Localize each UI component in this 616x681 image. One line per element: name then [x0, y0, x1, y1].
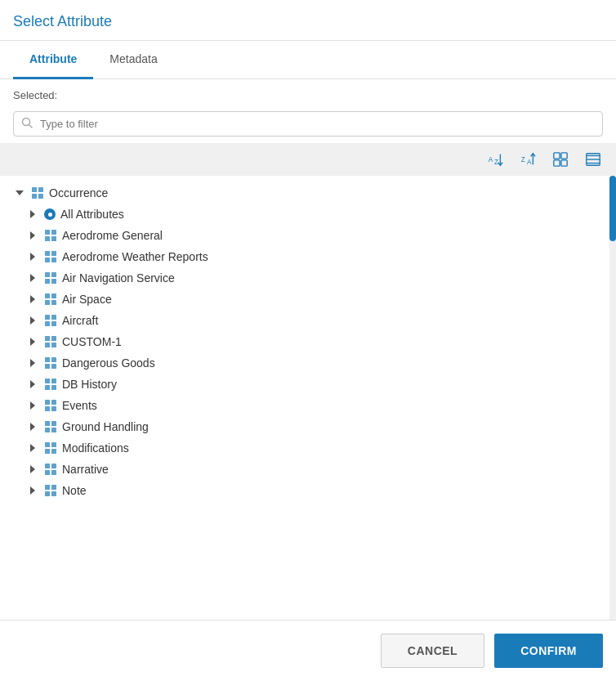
svg-rect-16: [32, 187, 37, 192]
dialog-title: Select Attribute: [13, 13, 112, 29]
tree-item-air-navigation[interactable]: Air Navigation Service: [0, 267, 616, 289]
tree-item-all-attributes[interactable]: All Attributes: [0, 204, 616, 225]
svg-rect-60: [45, 442, 50, 447]
tree-item-db-history[interactable]: DB History: [0, 374, 616, 395]
grid-icon-ground-handling: [44, 420, 57, 433]
tree-item-aerodrome-weather[interactable]: Aerodrome Weather Reports: [0, 246, 616, 267]
svg-rect-17: [38, 187, 43, 192]
svg-rect-46: [45, 364, 50, 369]
svg-rect-65: [51, 464, 56, 468]
svg-rect-44: [45, 357, 50, 362]
tree-item-dangerous-goods[interactable]: Dangerous Goods: [0, 352, 616, 374]
tree-label-all-attributes: All Attributes: [60, 208, 124, 221]
svg-rect-24: [45, 251, 50, 256]
svg-rect-37: [51, 315, 56, 320]
select-attribute-dialog: Select Attribute Attribute Metadata Sele…: [0, 0, 616, 681]
grid-icon-note: [44, 484, 57, 497]
tree-container: Occurrence All Attributes Aerodrome Gene…: [0, 176, 616, 620]
grid-icon-dangerous-goods: [44, 356, 57, 370]
group-button[interactable]: [547, 148, 574, 171]
filter-input[interactable]: [13, 111, 603, 137]
expand-icon-events: [26, 399, 39, 412]
tree-item-aerodrome-general[interactable]: Aerodrome General: [0, 225, 616, 246]
svg-rect-20: [45, 230, 50, 235]
tree-item-modifications[interactable]: Modifications: [0, 437, 616, 459]
scrollbar-thumb[interactable]: [609, 176, 616, 241]
svg-rect-58: [45, 428, 50, 432]
svg-line-1: [29, 125, 33, 128]
expand-icon-modifications: [26, 441, 39, 455]
expand-icon-air-navigation: [26, 271, 39, 284]
tree-item-events[interactable]: Events: [0, 395, 616, 416]
tree-root-label: Occurrence: [49, 186, 108, 199]
sort-az-button[interactable]: A Z: [482, 148, 508, 171]
expand-icon-note: [26, 484, 39, 497]
grid-icon-air-space: [44, 293, 57, 306]
svg-text:A: A: [489, 156, 493, 164]
dialog-footer: CANCEL CONFIRM: [0, 620, 616, 681]
sort-za-button[interactable]: Z A: [515, 148, 541, 171]
svg-rect-68: [45, 485, 50, 490]
confirm-button[interactable]: CONFIRM: [494, 634, 603, 668]
grid-icon-aerodrome-general: [44, 229, 57, 242]
grid-icon-custom-1: [44, 335, 57, 348]
svg-text:Z: Z: [521, 156, 525, 164]
tab-metadata[interactable]: Metadata: [93, 41, 173, 79]
svg-rect-57: [51, 421, 56, 426]
svg-rect-70: [45, 491, 50, 496]
svg-rect-41: [51, 336, 56, 341]
cancel-button[interactable]: CANCEL: [381, 634, 484, 668]
grid-icon-aircraft: [44, 314, 57, 327]
svg-rect-61: [51, 442, 56, 447]
svg-rect-21: [51, 230, 56, 235]
svg-rect-39: [51, 321, 56, 326]
tree-item-aircraft[interactable]: Aircraft: [0, 310, 616, 331]
tree-item-ground-handling[interactable]: Ground Handling: [0, 416, 616, 437]
tabs-bar: Attribute Metadata: [0, 41, 616, 79]
scrollbar-track[interactable]: [609, 176, 616, 620]
tree-item-note[interactable]: Note: [0, 480, 616, 501]
svg-rect-66: [45, 470, 50, 475]
expand-icon-custom-1: [26, 335, 39, 348]
svg-rect-25: [51, 251, 56, 256]
svg-rect-59: [51, 428, 56, 432]
tree-label-events: Events: [62, 399, 97, 412]
svg-rect-34: [45, 300, 50, 305]
tree-label-note: Note: [62, 484, 87, 497]
tab-attribute[interactable]: Attribute: [13, 41, 93, 79]
selected-label: Selected:: [0, 79, 616, 106]
list-button[interactable]: [580, 148, 606, 171]
expand-icon-db-history: [26, 378, 39, 391]
svg-rect-40: [45, 336, 50, 341]
tree-label-modifications: Modifications: [62, 441, 129, 455]
grid-icon-modifications: [44, 441, 57, 455]
tree-children: All Attributes Aerodrome General Aerodro…: [0, 204, 616, 501]
filter-row: [0, 106, 616, 143]
svg-text:A: A: [527, 159, 532, 166]
search-icon: [21, 117, 33, 131]
svg-rect-62: [45, 449, 50, 454]
tree-item-narrative[interactable]: Narrative: [0, 459, 616, 480]
svg-rect-30: [45, 279, 50, 284]
expand-icon-aircraft: [26, 314, 39, 327]
svg-rect-50: [45, 385, 50, 390]
svg-rect-64: [45, 464, 50, 468]
svg-rect-45: [51, 357, 56, 362]
svg-rect-69: [51, 485, 56, 490]
tree-label-db-history: DB History: [62, 378, 117, 391]
tree-root-item[interactable]: Occurrence: [0, 182, 616, 204]
tree-item-air-space[interactable]: Air Space: [0, 289, 616, 310]
tree-label-ground-handling: Ground Handling: [62, 420, 149, 433]
svg-rect-26: [45, 258, 50, 262]
tree-label-aerodrome-weather: Aerodrome Weather Reports: [62, 250, 208, 263]
svg-rect-53: [51, 400, 56, 405]
tree-item-custom-1[interactable]: CUSTOM-1: [0, 331, 616, 352]
grid-icon-occurrence: [31, 186, 44, 199]
svg-rect-43: [51, 343, 56, 347]
grid-icon-aerodrome-weather: [44, 250, 57, 263]
expand-icon-all-attributes: [26, 208, 39, 221]
svg-rect-71: [51, 491, 56, 496]
expand-icon-air-space: [26, 293, 39, 306]
svg-rect-18: [32, 194, 37, 199]
grid-icon-narrative: [44, 463, 57, 476]
